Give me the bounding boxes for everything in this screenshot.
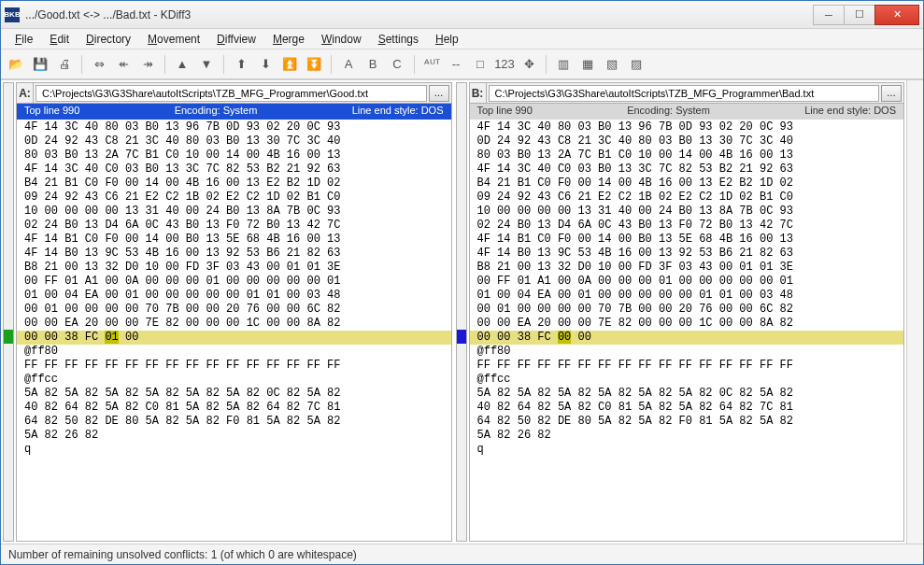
gutter-marker <box>4 302 13 316</box>
code-line: 00 FF 01 A1 00 0A 00 00 00 01 00 00 00 0… <box>470 275 904 289</box>
gutter-marker <box>457 134 466 148</box>
toolbar-next-diff[interactable]: ↠ <box>136 53 159 76</box>
gutter-spacer <box>457 83 466 120</box>
toolbar-align4[interactable]: ▨ <box>625 53 647 76</box>
window-title: .../Good.txt <-> .../Bad.txt - KDiff3 <box>25 8 814 21</box>
overview-strip[interactable] <box>906 80 923 544</box>
gutter-marker <box>457 274 466 288</box>
toolbar-prev-conflict[interactable]: ▲ <box>171 53 193 76</box>
pane-b-browse-button[interactable]: … <box>881 85 902 102</box>
code-line: 09 24 92 43 C6 21 E2 C2 1B 02 E2 C2 1D 0… <box>17 191 451 205</box>
toolbar-choose-a[interactable]: A <box>337 53 360 76</box>
toolbar-align3[interactable]: ▧ <box>601 53 623 76</box>
menu-directory[interactable]: Directory <box>78 30 139 49</box>
code-line: 02 24 B0 13 D4 6A 0C 43 B0 13 F0 72 B0 1… <box>17 219 451 233</box>
toolbar-separator <box>223 55 224 74</box>
maximize-button[interactable]: ☐ <box>844 5 875 25</box>
code-line: @ffcc <box>17 373 451 387</box>
toolbar-align2[interactable]: ▦ <box>576 53 599 76</box>
toolbar-choose-c[interactable]: C <box>386 53 408 76</box>
code-line: 64 82 50 82 DE 80 5A 82 5A 82 F0 81 5A 8… <box>470 415 904 429</box>
toolbar-separator <box>331 55 332 74</box>
menu-settings[interactable]: Settings <box>370 30 427 49</box>
pane-a-content[interactable]: 4F 14 3C 40 80 03 B0 13 96 7B 0D 93 02 2… <box>17 120 451 541</box>
toolbar-up-double[interactable]: ⏫ <box>278 53 301 76</box>
gutter-marker <box>4 386 13 400</box>
minimize-button[interactable]: ─ <box>813 5 845 25</box>
gutter-marker <box>457 316 466 330</box>
gutter-marker <box>4 162 13 176</box>
gutter-marker <box>457 176 466 190</box>
toolbar-join[interactable]: ✥ <box>518 53 540 76</box>
code-line: 4F 14 3C 40 C0 03 B0 13 3C 7C 82 53 B2 2… <box>17 162 451 177</box>
toolbar-print[interactable]: 🖨 <box>53 53 76 76</box>
toolbar-split[interactable]: -- <box>445 53 467 76</box>
code-line: 64 82 50 82 DE 80 5A 82 5A 82 F0 81 5A 8… <box>17 415 451 429</box>
code-line: 09 24 92 43 C6 21 E2 C2 1B 02 E2 C2 1D 0… <box>470 191 904 205</box>
toolbar-open[interactable]: 📂 <box>5 53 27 76</box>
code-line: 5A 82 5A 82 5A 82 5A 82 5A 82 5A 82 0C 8… <box>17 387 451 401</box>
toolbar-123[interactable]: 123 <box>493 53 516 76</box>
menu-diffview[interactable]: Diffview <box>208 30 264 49</box>
code-line: 00 FF 01 A1 00 0A 00 00 00 01 00 00 00 0… <box>17 275 451 289</box>
pane-b-label: B: <box>470 83 487 103</box>
code-line: 4F 14 B1 C0 F0 00 14 00 B0 13 5E 68 4B 1… <box>17 233 451 247</box>
toolbar-down-double[interactable]: ⏬ <box>303 53 325 76</box>
gutter-marker <box>4 316 13 330</box>
gutter-marker <box>4 246 13 260</box>
menu-help[interactable]: Help <box>427 30 467 49</box>
gutter-marker <box>457 288 466 302</box>
pane-a-topline: Top line 990 <box>17 104 87 120</box>
code-line: @ff80 <box>470 345 904 359</box>
gutter-marker <box>4 190 13 204</box>
toolbar-align1[interactable]: ▥ <box>552 53 575 76</box>
code-line: 80 03 B0 13 2A 7C B1 C0 10 00 14 00 4B 1… <box>17 148 451 162</box>
code-line: 00 00 38 FC 00 00 <box>470 331 904 345</box>
pane-a-browse-button[interactable]: … <box>429 85 449 102</box>
menu-merge[interactable]: Merge <box>264 30 313 49</box>
gutter-marker <box>4 428 13 442</box>
gutter-marker <box>4 134 13 148</box>
menu-file[interactable]: File <box>7 30 41 49</box>
code-line: 40 82 64 82 5A 82 C0 81 5A 82 5A 82 64 8… <box>17 401 451 415</box>
toolbar-prev-diff[interactable]: ↞ <box>112 53 135 76</box>
gutter-marker <box>457 358 466 372</box>
code-line: 4F 14 B0 13 9C 53 4B 16 00 13 92 53 B6 2… <box>17 247 451 261</box>
code-line: @ffcc <box>470 373 904 387</box>
menu-edit[interactable]: Edit <box>41 30 78 49</box>
pane-b-content[interactable]: 4F 14 3C 40 80 03 B0 13 96 7B 0D 93 02 2… <box>470 120 904 541</box>
gutter-marker <box>457 190 466 204</box>
toolbar-auto[interactable]: ᴬᵁᵀ <box>420 53 443 76</box>
code-line: 5A 82 5A 82 5A 82 5A 82 5A 82 5A 82 0C 8… <box>470 387 904 401</box>
pane-a: A: C:\Projects\G3\G3Share\autoItScripts\… <box>16 82 452 542</box>
code-line: @ff80 <box>17 345 451 359</box>
gutter-marker <box>457 400 466 414</box>
code-line: 00 00 EA 20 00 00 7E 82 00 00 00 1C 00 0… <box>17 317 451 331</box>
close-button[interactable]: ✕ <box>874 5 919 25</box>
gutter-marker <box>4 330 13 344</box>
toolbar-choose-b[interactable]: B <box>362 53 384 76</box>
gutter-marker <box>457 372 466 386</box>
toolbar-goto-current[interactable]: ⇔ <box>88 53 110 76</box>
pane-a-path[interactable]: C:\Projects\G3\G3Share\autoItScripts\TZB… <box>36 85 427 102</box>
gutter-marker <box>457 120 466 134</box>
pane-b-header: B: C:\Projects\G3\G3Share\autoItScripts\… <box>470 83 904 104</box>
toolbar-separator <box>81 55 82 74</box>
toolbar-next-conflict[interactable]: ▼ <box>195 53 218 76</box>
code-line: q <box>17 443 451 457</box>
toolbar-save[interactable]: 💾 <box>29 53 51 76</box>
gutter-marker <box>4 414 13 428</box>
toolbar-separator <box>164 55 165 74</box>
pane-b-path[interactable]: C:\Projects\G3\G3Share\autoItScripts\TZB… <box>489 85 880 102</box>
toolbar-square[interactable]: □ <box>469 53 491 76</box>
gutter-marker <box>457 162 466 176</box>
code-line: 4F 14 3C 40 80 03 B0 13 96 7B 0D 93 02 2… <box>470 120 904 134</box>
pane-a-header: A: C:\Projects\G3\G3Share\autoItScripts\… <box>17 83 451 104</box>
code-line: 00 01 00 00 00 00 70 7B 00 00 20 76 00 0… <box>470 303 904 317</box>
toolbar-down-delta[interactable]: ⬇ <box>254 53 277 76</box>
toolbar-up-delta[interactable]: ⬆ <box>230 53 252 76</box>
titlebar: BKB .../Good.txt <-> .../Bad.txt - KDiff… <box>1 1 923 29</box>
menu-window[interactable]: Window <box>313 30 370 49</box>
gutter-marker <box>4 442 13 456</box>
menu-movement[interactable]: Movement <box>139 30 208 49</box>
